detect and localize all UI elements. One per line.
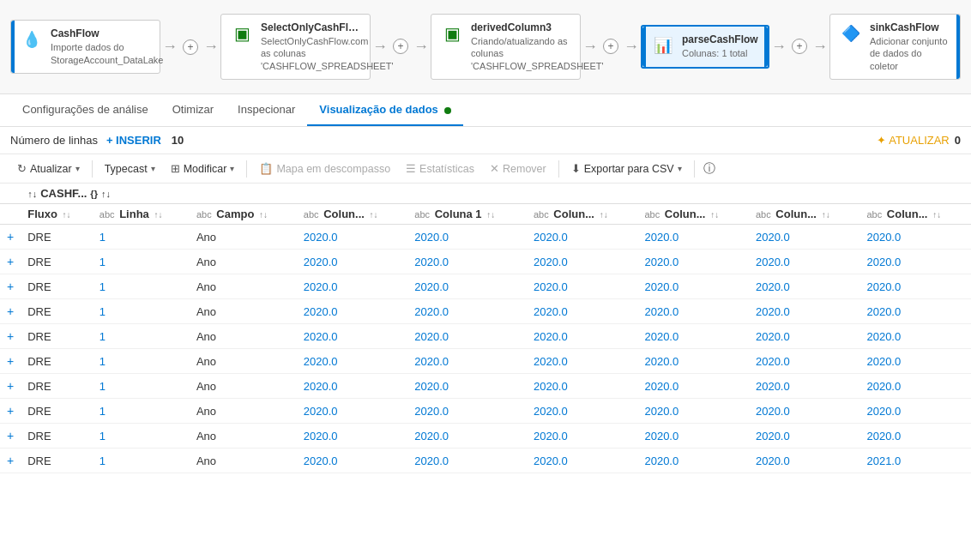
pipeline-node-derived[interactable]: ▣ derivedColumn3 Criando/atualizando as … [431,14,641,80]
cell-colun4-7: 2020.0 [749,399,860,424]
table-row[interactable]: + DRE 1 Ano 2020.0 2020.0 2020.0 2020.0 … [0,424,971,449]
tab-optimize[interactable]: Otimizar [160,94,226,126]
cell-campo-6: Ano [190,374,297,399]
row-expand-9[interactable]: + [0,449,21,473]
cell-coluna1-9: 2020.0 [407,449,527,473]
cell-linha-0[interactable]: 1 [93,225,190,250]
colun2-sort-icon[interactable]: ↑↓ [600,210,608,220]
pipeline-node-selectonly[interactable]: ▣ SelectOnlyCashFlow SelectOnlyCashFlow.… [220,14,431,80]
add-after-derived[interactable]: + [603,39,618,54]
tab-preview[interactable]: Visualização de dados [307,94,463,126]
row-expand-2[interactable]: + [0,274,21,299]
add-after-parse[interactable]: + [792,39,807,54]
row-expand-7[interactable]: + [0,399,21,424]
table-row[interactable]: + DRE 1 Ano 2020.0 2020.0 2020.0 2020.0 … [0,324,971,349]
cell-linha-6[interactable]: 1 [93,374,190,399]
divider-4 [694,160,695,178]
insert-button[interactable]: + INSERIR [103,132,165,148]
cell-linha-8[interactable]: 1 [93,424,190,449]
colun3-sort-icon[interactable]: ↑↓ [710,210,719,220]
pipeline-node-cashflow[interactable]: 💧 CashFlow Importe dados do StorageAccou… [10,20,220,74]
colun1-sort-icon[interactable]: ↑↓ [370,210,378,220]
cell-linha-2[interactable]: 1 [93,274,190,299]
remove-action-btn[interactable]: ✕ Remover [483,159,553,178]
add-after-selectonly[interactable]: + [393,39,408,54]
pipeline-node-parse[interactable]: 📊 parseCashFlow Colunas: 1 total → + → [641,25,829,68]
cell-colun4-0: 2020.0 [749,225,860,250]
cell-linha-5[interactable]: 1 [93,349,190,374]
node-derived[interactable]: ▣ derivedColumn3 Criando/atualizando as … [431,14,581,80]
cell-campo-1: Ano [190,250,297,274]
cell-linha-9[interactable]: 1 [93,449,190,473]
refresh-dropdown-arrow: ▾ [75,164,80,173]
table-row[interactable]: + DRE 1 Ano 2020.0 2020.0 2020.0 2020.0 … [0,225,971,250]
typecast-action-btn[interactable]: Typecast ▾ [98,160,162,178]
th-campo[interactable]: abc Campo ↑↓ [190,204,297,225]
cell-linha-4[interactable]: 1 [93,324,190,349]
node-selectonly-title: SelectOnlyCashFlow [261,21,361,33]
export-action-btn[interactable]: ⬇ Exportar para CSV ▾ [564,159,689,178]
add-after-cashflow[interactable]: + [183,39,198,55]
typecast-dropdown-arrow: ▾ [151,164,155,173]
table-row[interactable]: + DRE 1 Ano 2020.0 2020.0 2020.0 2020.0 … [0,449,971,473]
campo-sort-icon[interactable]: ↑↓ [259,210,268,220]
row-expand-4[interactable]: + [0,324,21,349]
pipeline-node-sink[interactable]: 🔷 sinkCashFlow Adicionar conjunto de dad… [829,14,961,80]
th-colun2[interactable]: abc Colun... ↑↓ [527,204,638,225]
tab-config[interactable]: Configurações de análise [10,94,160,126]
th-colun5[interactable]: abc Colun... ↑↓ [859,204,971,225]
th-checkbox [0,204,21,225]
cell-colun3-3: 2020.0 [637,299,749,324]
sink-icon: 🔷 [839,21,863,45]
node-parse[interactable]: 📊 parseCashFlow Colunas: 1 total [641,25,769,68]
colun4-sort-icon[interactable]: ↑↓ [822,210,830,220]
row-expand-0[interactable]: + [0,225,21,250]
cell-colun4-5: 2020.0 [749,349,860,374]
th-linha[interactable]: abc Linha ↑↓ [93,204,190,225]
row-expand-5[interactable]: + [0,349,21,374]
table-row[interactable]: + DRE 1 Ano 2020.0 2020.0 2020.0 2020.0 … [0,349,971,374]
preview-dot [444,107,451,114]
table-row[interactable]: + DRE 1 Ano 2020.0 2020.0 2020.0 2020.0 … [0,374,971,399]
cell-colun1-5: 2020.0 [297,349,408,374]
cell-colun5-0: 2020.0 [859,225,971,250]
coluna1-sort-icon[interactable]: ↑↓ [486,210,495,220]
cell-linha-1[interactable]: 1 [93,250,190,274]
cell-colun3-8: 2020.0 [637,424,749,449]
cell-colun3-2: 2020.0 [637,274,749,299]
stats-action-btn[interactable]: ☰ Estatísticas [399,159,481,178]
colun5-sort-icon[interactable]: ↑↓ [932,210,941,220]
th-empty [0,184,21,204]
th-coluna1[interactable]: abc Coluna 1 ↑↓ [407,204,527,225]
row-expand-8[interactable]: + [0,424,21,449]
th-colun1[interactable]: abc Colun... ↑↓ [297,204,408,225]
row-expand-1[interactable]: + [0,250,21,274]
cell-linha-7[interactable]: 1 [93,399,190,424]
th-fluxo[interactable]: Fluxo ↑↓ [21,204,93,225]
atualizar-button[interactable]: ✦ ATUALIZAR [877,134,949,147]
th-colun3[interactable]: abc Colun... ↑↓ [637,204,749,225]
mapa-action-btn[interactable]: 📋 Mapa em descompasso [252,159,397,178]
cell-linha-3[interactable]: 1 [93,299,190,324]
th-colun4[interactable]: abc Colun... ↑↓ [749,204,860,225]
table-row[interactable]: + DRE 1 Ano 2020.0 2020.0 2020.0 2020.0 … [0,274,971,299]
cashflow-icon: 💧 [20,27,44,51]
node-cashflow[interactable]: 💧 CashFlow Importe dados do StorageAccou… [10,20,160,74]
fluxo-sort-icon[interactable]: ↑↓ [62,210,70,220]
modify-dropdown-arrow: ▾ [230,164,234,173]
table-row[interactable]: + DRE 1 Ano 2020.0 2020.0 2020.0 2020.0 … [0,399,971,424]
modify-action-btn[interactable]: ⊞ Modificar ▾ [164,159,242,178]
table-row[interactable]: + DRE 1 Ano 2020.0 2020.0 2020.0 2020.0 … [0,299,971,324]
node-sink[interactable]: 🔷 sinkCashFlow Adicionar conjunto de dad… [829,14,961,80]
table-row[interactable]: + DRE 1 Ano 2020.0 2020.0 2020.0 2020.0 … [0,250,971,274]
row-expand-6[interactable]: + [0,374,21,399]
info-icon[interactable]: ⓘ [703,161,715,177]
refresh-action-btn[interactable]: ↻ Atualizar ▾ [10,159,87,178]
derived-icon: ▣ [440,21,464,45]
row-expand-3[interactable]: + [0,299,21,324]
cell-coluna1-2: 2020.0 [407,274,527,299]
node-selectonly[interactable]: ▣ SelectOnlyCashFlow SelectOnlyCashFlow.… [220,14,371,80]
linha-sort-icon[interactable]: ↑↓ [154,210,162,220]
tab-inspect[interactable]: Inspecionar [226,94,307,126]
modify-icon: ⊞ [171,162,180,175]
